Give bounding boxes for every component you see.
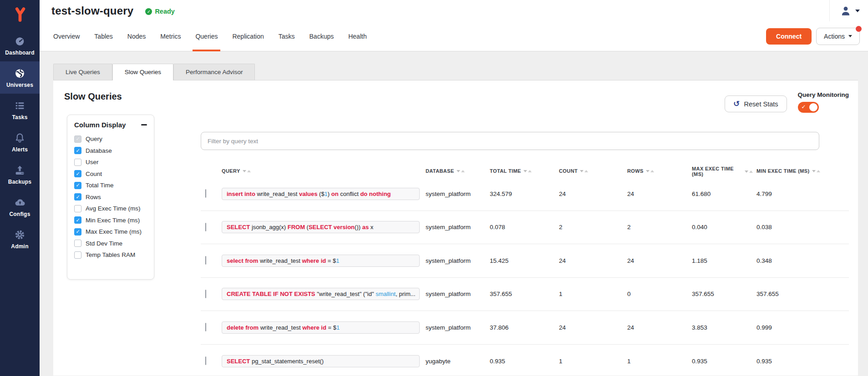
slow-queries-panel: Slow Queries ↺ Reset Stats Query Monitor… bbox=[53, 80, 858, 376]
rows-cell: 24 bbox=[627, 257, 692, 264]
checkbox[interactable] bbox=[74, 240, 81, 247]
sidebar-item-alerts[interactable]: Alerts bbox=[0, 126, 40, 158]
sidebar-item-universes[interactable]: Universes bbox=[0, 61, 40, 94]
sidebar-item-label: Universes bbox=[6, 82, 33, 88]
table-header: Query Database Total Time Count Rows Max… bbox=[201, 164, 849, 177]
sidebar-item-label: Dashboard bbox=[5, 50, 34, 56]
nav-tab-metrics[interactable]: Metrics bbox=[153, 21, 188, 51]
query-text[interactable]: SELECT jsonb_agg(x) FROM (SELECT version… bbox=[222, 221, 420, 233]
chevron-down-icon bbox=[848, 35, 852, 37]
subtab-slow-queries[interactable]: Slow Queries bbox=[112, 64, 173, 80]
column-option[interactable]: Temp Tables RAM bbox=[74, 249, 147, 261]
row-checkbox[interactable] bbox=[205, 223, 206, 231]
table-row: SELECT jsonb_agg(x) FROM (SELECT version… bbox=[201, 211, 849, 245]
column-option[interactable]: ✓ Rows bbox=[74, 191, 147, 203]
checkbox[interactable]: ✓ bbox=[74, 170, 81, 177]
query-text[interactable]: select from write_read_test where id = $… bbox=[222, 255, 420, 267]
column-header-query[interactable]: Query bbox=[222, 168, 251, 174]
row-checkbox[interactable] bbox=[205, 356, 206, 365]
sidebar-item-tasks[interactable]: Tasks bbox=[0, 94, 40, 126]
column-display-title: Column Display bbox=[74, 121, 126, 129]
query-text[interactable]: SELECT pg_stat_statements_reset() bbox=[222, 355, 420, 367]
column-option[interactable]: Std Dev Time bbox=[74, 238, 147, 250]
column-option[interactable]: ✓ Database bbox=[74, 145, 147, 157]
nav-tab-replication[interactable]: Replication bbox=[225, 21, 271, 51]
subtab-live-queries[interactable]: Live Queries bbox=[53, 64, 112, 80]
nav-tab-tables[interactable]: Tables bbox=[87, 21, 120, 51]
count-cell: 1 bbox=[559, 358, 627, 365]
column-header-rows[interactable]: Rows bbox=[627, 168, 654, 174]
ready-check-icon: ✓ bbox=[145, 8, 152, 15]
nav-tab-health[interactable]: Health bbox=[341, 21, 374, 51]
database-cell: system_platform bbox=[426, 324, 490, 331]
row-checkbox[interactable] bbox=[205, 323, 206, 331]
collapse-minus-icon[interactable] bbox=[141, 124, 147, 125]
checkbox[interactable]: ✓ bbox=[74, 182, 81, 189]
nav-tab-overview[interactable]: Overview bbox=[46, 21, 87, 51]
sort-icon bbox=[580, 170, 588, 172]
nav-tab-nodes[interactable]: Nodes bbox=[120, 21, 153, 51]
nav-tab-backups[interactable]: Backups bbox=[302, 21, 341, 51]
sidebar-item-label: Admin bbox=[11, 243, 28, 250]
total-time-cell: 0.935 bbox=[490, 358, 559, 365]
query-text[interactable]: insert into write_read_test values ($1) … bbox=[222, 188, 420, 200]
column-option-label: Avg Exec Time (ms) bbox=[86, 205, 141, 212]
nav-tab-tasks[interactable]: Tasks bbox=[271, 21, 302, 51]
column-option[interactable]: ✓ Min Exec Time (ms) bbox=[74, 215, 147, 226]
column-option-label: Std Dev Time bbox=[86, 240, 122, 247]
column-header-min-exec[interactable]: Min Exec Time (ms) bbox=[756, 168, 820, 174]
notification-dot bbox=[856, 26, 862, 32]
connect-button[interactable]: Connect bbox=[766, 28, 812, 45]
column-option-label: Query bbox=[86, 135, 102, 142]
query-text[interactable]: CREATE TABLE IF NOT EXISTS "write_read_t… bbox=[222, 288, 420, 300]
min-exec-time-cell: 357.655 bbox=[756, 291, 849, 297]
min-exec-time-cell: 0.935 bbox=[756, 358, 849, 365]
sidebar-item-backups[interactable]: Backups bbox=[0, 158, 40, 191]
subtab-performance-advisor[interactable]: Performance Advisor bbox=[173, 64, 255, 80]
row-checkbox[interactable] bbox=[205, 256, 206, 265]
query-text[interactable]: delete from write_read_test where id = $… bbox=[222, 321, 420, 334]
checkbox[interactable]: ✓ bbox=[74, 135, 81, 143]
bell-icon bbox=[14, 132, 26, 144]
column-header-total-time[interactable]: Total Time bbox=[490, 168, 532, 174]
reset-stats-button[interactable]: ↺ Reset Stats bbox=[725, 95, 787, 112]
checkbox[interactable]: ✓ bbox=[74, 193, 81, 201]
sidebar-item-admin[interactable]: Admin bbox=[0, 223, 40, 255]
checkbox[interactable]: ✓ bbox=[74, 228, 81, 236]
query-monitoring-toggle[interactable]: ✓ bbox=[798, 102, 819, 113]
user-menu[interactable] bbox=[829, 0, 860, 21]
checkbox[interactable] bbox=[74, 205, 81, 212]
rows-cell: 1 bbox=[627, 358, 692, 365]
slow-queries-table: Query Database Total Time Count Rows Max… bbox=[201, 115, 849, 376]
column-option[interactable]: ✓ Max Exec Time (ms) bbox=[74, 226, 147, 238]
column-header-max-exec[interactable]: Max Exec Time (ms) bbox=[692, 166, 753, 177]
sidebar-item-dashboard[interactable]: Dashboard bbox=[0, 29, 40, 61]
column-header-count[interactable]: Count bbox=[559, 168, 588, 174]
nav-tab-queries[interactable]: Queries bbox=[188, 21, 225, 51]
yugabyte-logo[interactable] bbox=[0, 0, 40, 29]
checkbox[interactable]: ✓ bbox=[74, 216, 81, 224]
actions-button[interactable]: Actions bbox=[816, 28, 860, 45]
count-cell: 24 bbox=[559, 191, 627, 197]
row-checkbox[interactable] bbox=[205, 290, 206, 298]
query-filter-input[interactable] bbox=[201, 132, 819, 150]
max-exec-time-cell: 61.680 bbox=[692, 191, 756, 197]
sidebar-item-configs[interactable]: Configs bbox=[0, 191, 40, 223]
checkbox[interactable] bbox=[74, 251, 81, 259]
count-cell: 24 bbox=[559, 324, 627, 331]
sort-icon bbox=[523, 170, 532, 172]
column-option[interactable]: Avg Exec Time (ms) bbox=[74, 203, 147, 215]
column-option[interactable]: User bbox=[74, 156, 147, 168]
reset-stats-label: Reset Stats bbox=[744, 100, 778, 108]
sidebar-item-label: Tasks bbox=[12, 114, 27, 120]
column-option[interactable]: ✓ Count bbox=[74, 168, 147, 180]
row-checkbox[interactable] bbox=[205, 189, 206, 198]
checkbox[interactable] bbox=[74, 159, 81, 166]
column-header-database[interactable]: Database bbox=[426, 168, 465, 174]
column-option-label: Max Exec Time (ms) bbox=[86, 228, 142, 235]
total-time-cell: 15.425 bbox=[490, 257, 559, 264]
max-exec-time-cell: 0.935 bbox=[692, 358, 756, 365]
column-option[interactable]: ✓ Query bbox=[74, 133, 147, 145]
column-option[interactable]: ✓ Total Time bbox=[74, 180, 147, 191]
checkbox[interactable]: ✓ bbox=[74, 147, 81, 154]
